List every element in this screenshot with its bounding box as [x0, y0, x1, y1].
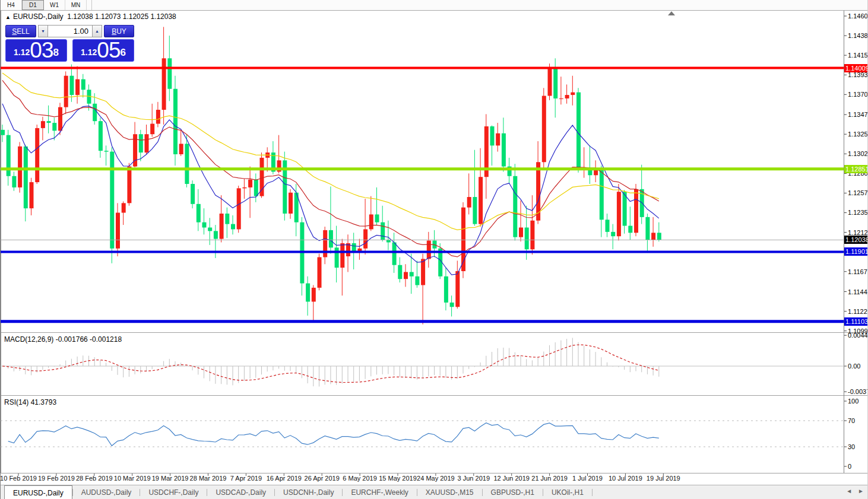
one-click-trading-panel: SELL ▼ 1.00 ▲ BUY 1.12038 1.12056: [5, 25, 134, 62]
buy-button[interactable]: BUY: [104, 25, 134, 37]
buy-price-main: 05: [97, 40, 120, 60]
buy-price-button[interactable]: 1.12056: [72, 39, 134, 62]
chart-tab-usdcnh-daily[interactable]: USDCNH-,Daily: [275, 485, 342, 499]
timeframe-toolbar: H4D1W1MN: [1, 0, 868, 11]
chart-tab-xauusd-m15[interactable]: XAUUSD-,M15: [417, 485, 482, 499]
chart-canvas[interactable]: [1, 0, 868, 499]
chart-tab-eurusd-daily[interactable]: EURUSD-,Daily: [4, 485, 72, 499]
volume-input[interactable]: 1.00: [48, 25, 92, 37]
timeframe-button-d1[interactable]: D1: [22, 0, 44, 10]
collapse-triangle-icon: ▲: [5, 14, 11, 20]
macd-label: MACD(12,26,9) -0.001766 -0.001218: [4, 335, 122, 344]
timeframe-button-h4[interactable]: H4: [1, 0, 22, 10]
sell-price-main: 03: [30, 40, 53, 60]
chart-shift-marker-icon: [668, 11, 675, 15]
sell-button[interactable]: SELL: [5, 25, 36, 37]
chart-tab-ukoil-h1[interactable]: UKOil-,H1: [543, 485, 592, 499]
mt4-chart-window: { "toolbar": { "timeframes": [ {"label":…: [0, 0, 868, 499]
sell-price-prefix: 1.12: [14, 45, 30, 60]
timeframe-button-w1[interactable]: W1: [44, 0, 65, 10]
rsi-line: [8, 423, 659, 446]
tab-separator: [592, 489, 593, 496]
tab-scroll-left-icon[interactable]: ◄: [846, 488, 852, 494]
chart-tab-gbpusd-h1[interactable]: GBPUSD-,H1: [483, 485, 543, 499]
chart-tab-audusd-daily[interactable]: AUDUSD-,Daily: [73, 485, 140, 499]
volume-increase-button[interactable]: ▲: [92, 25, 102, 37]
chart-ohlc-values: 1.12038 1.12073 1.12025 1.12038: [67, 12, 176, 21]
chart-symbol-label: EURUSD-,Daily: [13, 12, 64, 21]
volume-decrease-button[interactable]: ▼: [38, 25, 48, 37]
timeframe-button-mn[interactable]: MN: [65, 0, 87, 10]
sell-price-pip: 8: [53, 40, 58, 66]
chart-tab-eurchf-weekly[interactable]: EURCHF-,Weekly: [343, 485, 416, 499]
chart-title: ▲EURUSD-,Daily 1.12038 1.12073 1.12025 1…: [5, 12, 176, 21]
symbol-tab-bar: EURUSD-,DailyAUDUSD-,DailyUSDCHF-,DailyU…: [1, 485, 868, 499]
rsi-label: RSI(14) 41.3793: [4, 398, 56, 406]
chart-tab-usdchf-daily[interactable]: USDCHF-,Daily: [140, 485, 207, 499]
buy-price-prefix: 1.12: [81, 45, 97, 60]
sell-price-button[interactable]: 1.12038: [5, 39, 67, 62]
chart-tab-usdcad-daily[interactable]: USDCAD-,Daily: [207, 485, 274, 499]
buy-price-pip: 6: [120, 40, 125, 66]
tab-scroll-right-icon[interactable]: ►: [858, 488, 864, 494]
tab-scroll-arrows: ◄ ►: [846, 488, 864, 494]
arrow-up-icon: ▲: [95, 29, 99, 33]
arrow-down-icon: ▼: [41, 29, 45, 33]
